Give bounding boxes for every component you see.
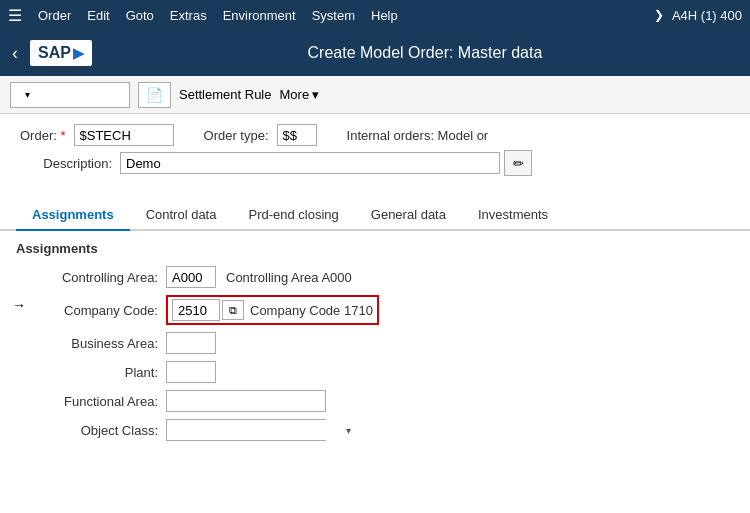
arrow-indicator-icon: → <box>12 297 26 313</box>
description-row: Description: ✏ <box>20 150 730 176</box>
assignments-content: Controlling Area: Controlling Area A000 … <box>16 266 734 441</box>
tab-general-data[interactable]: General data <box>355 200 462 231</box>
company-code-text: Company Code 1710 <box>250 303 373 318</box>
object-class-label: Object Class: <box>26 423 166 438</box>
field-row-business-area: Business Area: <box>26 332 734 354</box>
system-id: A4H (1) 400 <box>672 8 742 23</box>
internal-orders-text: Internal orders: Model or <box>347 128 489 143</box>
controlling-area-text: Controlling Area A000 <box>226 270 352 285</box>
order-label: Order: * <box>20 128 74 143</box>
toolbar-dropdown[interactable]: ▾ <box>10 82 130 108</box>
menu-goto[interactable]: Goto <box>126 8 154 23</box>
field-row-company-code: → Company Code: ⧉ Company Code 1710 <box>26 295 734 325</box>
business-area-label: Business Area: <box>26 336 166 351</box>
header-bar: ‹ SAP ▶ Create Model Order: Master data <box>0 30 750 76</box>
sap-logo: SAP ▶ <box>30 40 92 66</box>
edit-icon: ✏ <box>513 156 524 171</box>
field-row-object-class: Object Class: ▾ <box>26 419 734 441</box>
field-row-controlling-area: Controlling Area: Controlling Area A000 <box>26 266 734 288</box>
company-code-label: Company Code: <box>26 303 166 318</box>
dropdown-value <box>17 87 21 102</box>
form-area: Order: * Order type: Internal orders: Mo… <box>0 114 750 192</box>
controlling-area-input[interactable] <box>166 266 216 288</box>
menu-help[interactable]: Help <box>371 8 398 23</box>
field-row-plant: Plant: <box>26 361 734 383</box>
description-input[interactable] <box>120 152 500 174</box>
more-arrow-icon: ▾ <box>312 87 319 102</box>
functional-area-label: Functional Area: <box>26 394 166 409</box>
edit-button[interactable]: ✏ <box>504 150 532 176</box>
logo-arrow-icon: ▶ <box>73 45 84 61</box>
tab-investments[interactable]: Investments <box>462 200 564 231</box>
plant-input[interactable] <box>166 361 216 383</box>
order-group: Order: * <box>20 124 174 146</box>
settlement-rule-link[interactable]: Settlement Rule <box>179 87 272 102</box>
object-class-dropdown-arrow[interactable]: ▾ <box>343 425 354 436</box>
order-type-group: Order type: <box>204 124 317 146</box>
tabs-bar: Assignments Control data Prd-end closing… <box>0 200 750 231</box>
assignments-section: Assignments Controlling Area: Controllin… <box>0 231 750 458</box>
menu-environment[interactable]: Environment <box>223 8 296 23</box>
system-info: ❯ A4H (1) 400 <box>654 8 742 23</box>
company-code-input[interactable] <box>172 299 220 321</box>
dropdown-arrow-icon: ▾ <box>25 89 30 100</box>
hamburger-icon[interactable]: ☰ <box>8 6 22 25</box>
copy-icon: ⧉ <box>229 304 237 317</box>
menu-edit[interactable]: Edit <box>87 8 109 23</box>
chevron-right-icon: ❯ <box>654 8 664 22</box>
company-code-highlight-box: ⧉ Company Code 1710 <box>166 295 379 325</box>
assignments-fields: Controlling Area: Controlling Area A000 … <box>26 266 734 441</box>
object-class-input[interactable] <box>167 420 343 440</box>
page-title: Create Model Order: Master data <box>112 44 738 62</box>
assignments-title: Assignments <box>16 241 734 256</box>
more-label: More <box>280 87 310 102</box>
save-icon: 📄 <box>146 87 163 103</box>
menu-extras[interactable]: Extras <box>170 8 207 23</box>
back-button[interactable]: ‹ <box>12 43 18 64</box>
order-type-label: Order type: <box>204 128 277 143</box>
business-area-input[interactable] <box>166 332 216 354</box>
menu-bar: ☰ Order Edit Goto Extras Environment Sys… <box>0 0 750 30</box>
save-button[interactable]: 📄 <box>138 82 171 108</box>
menu-system[interactable]: System <box>312 8 355 23</box>
field-row-functional-area: Functional Area: <box>26 390 734 412</box>
internal-orders-group: Internal orders: Model or <box>347 128 489 143</box>
tab-assignments[interactable]: Assignments <box>16 200 130 231</box>
menu-order[interactable]: Order <box>38 8 71 23</box>
more-button[interactable]: More ▾ <box>280 87 320 102</box>
tab-control-data[interactable]: Control data <box>130 200 233 231</box>
order-row: Order: * Order type: Internal orders: Mo… <box>20 124 730 146</box>
object-class-select[interactable]: ▾ <box>166 419 326 441</box>
order-input[interactable] <box>74 124 174 146</box>
logo-text: SAP <box>38 44 71 62</box>
copy-icon-button[interactable]: ⧉ <box>222 300 244 320</box>
functional-area-input[interactable] <box>166 390 326 412</box>
order-type-input[interactable] <box>277 124 317 146</box>
controlling-area-label: Controlling Area: <box>26 270 166 285</box>
toolbar: ▾ 📄 Settlement Rule More ▾ <box>0 76 750 114</box>
plant-label: Plant: <box>26 365 166 380</box>
description-label: Description: <box>20 156 120 171</box>
tab-prd-end-closing[interactable]: Prd-end closing <box>232 200 354 231</box>
